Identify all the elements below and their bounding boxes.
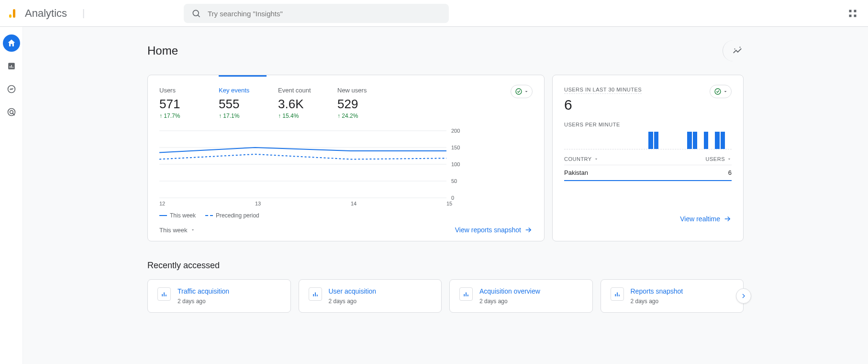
svg-rect-48 (618, 295, 619, 296)
nav-rail (0, 27, 23, 364)
trend-circle-icon (7, 84, 16, 94)
nav-reports[interactable] (3, 57, 20, 75)
svg-rect-0 (9, 14, 11, 18)
svg-text:12: 12 (159, 201, 165, 206)
check-circle-icon (714, 88, 722, 95)
recent-time: 2 days ago (178, 298, 229, 305)
svg-rect-41 (315, 293, 316, 296)
caret-down-icon (723, 89, 728, 94)
svg-text:14: 14 (351, 201, 356, 206)
recent-title: Acquisition overview (479, 287, 540, 295)
metric-delta: ↑ 17.7% (159, 113, 207, 119)
report-icon (459, 287, 473, 301)
chevron-right-icon (740, 292, 747, 300)
recent-card[interactable]: User acquisition 2 days ago (299, 279, 442, 313)
svg-point-2 (193, 10, 199, 16)
svg-rect-45 (467, 295, 468, 296)
recent-title: Traffic acquisition (178, 287, 229, 295)
svg-rect-44 (466, 293, 467, 296)
analytics-logo-icon (8, 8, 19, 19)
page-title: Home (147, 44, 178, 57)
metric-delta: ↑ 24.2% (337, 113, 385, 119)
svg-text:15: 15 (446, 201, 452, 206)
minute-bar (715, 132, 720, 149)
logo[interactable]: Analytics | (8, 7, 85, 20)
recent-card[interactable]: Traffic acquisition 2 days ago (147, 279, 291, 313)
country-name: Pakistan (564, 169, 588, 176)
search-box[interactable] (184, 4, 449, 23)
svg-rect-5 (854, 10, 857, 12)
report-icon (611, 287, 624, 301)
recent-card[interactable]: Reports snapshot 2 days ago (601, 279, 744, 313)
metric-value: 571 (159, 97, 207, 112)
svg-rect-7 (854, 14, 857, 17)
svg-point-16 (739, 47, 740, 48)
metric-delta: ↑ 15.4% (278, 113, 326, 119)
svg-rect-38 (164, 293, 165, 296)
caret-down-icon (727, 157, 732, 161)
caret-down-icon (523, 89, 529, 94)
minute-bar (654, 132, 659, 149)
minute-bar (648, 132, 653, 149)
metric-delta: ↑ 17.1% (219, 113, 267, 119)
recent-time: 2 days ago (631, 298, 683, 305)
svg-rect-47 (617, 293, 618, 296)
svg-rect-43 (464, 294, 465, 296)
svg-rect-1 (13, 9, 15, 18)
svg-point-18 (516, 89, 522, 94)
country-row: Pakistan6 (564, 165, 732, 181)
svg-rect-42 (316, 295, 317, 296)
metric-label: Event count (278, 87, 326, 94)
country-users: 6 (728, 169, 732, 176)
metric-tab-event-count[interactable]: Event count 3.6K ↑ 15.4% (278, 85, 326, 119)
search-input[interactable] (208, 10, 441, 18)
sparkle-trend-icon (732, 46, 743, 56)
nav-home[interactable] (3, 34, 20, 52)
view-reports-link[interactable]: View reports snapshot (455, 226, 533, 234)
metric-tab-key-events[interactable]: Key events 555 ↑ 17.1% (219, 75, 267, 119)
recent-next-button[interactable] (736, 288, 751, 304)
legend-this-week: This week (159, 212, 196, 219)
insights-button[interactable] (723, 40, 744, 61)
realtime-value: 6 (564, 97, 642, 113)
search-icon (191, 9, 201, 18)
svg-point-17 (734, 48, 735, 49)
metric-tab-new-users[interactable]: New users 529 ↑ 24.2% (337, 85, 385, 119)
period-selector[interactable]: This week (159, 227, 195, 234)
report-icon (157, 287, 171, 301)
sort-by-users[interactable]: USERS (706, 156, 732, 162)
minute-bar (687, 132, 692, 149)
realtime-card: USERS IN LAST 30 MINUTES 6 USERS PER MIN… (552, 75, 744, 241)
svg-rect-37 (162, 294, 163, 296)
svg-rect-6 (849, 14, 852, 17)
realtime-title: USERS IN LAST 30 MINUTES (564, 87, 642, 94)
divider: | (82, 8, 85, 19)
view-realtime-link[interactable]: View realtime (680, 215, 732, 223)
caret-down-icon (594, 157, 599, 161)
svg-text:13: 13 (255, 201, 261, 206)
check-circle-icon (515, 88, 523, 95)
overview-card: Users 571 ↑ 17.7%Key events 555 ↑ 17.1%E… (147, 75, 545, 241)
status-pill[interactable] (511, 85, 533, 98)
nav-explore[interactable] (3, 80, 20, 98)
svg-line-3 (198, 15, 200, 17)
nav-advertising[interactable] (3, 103, 20, 121)
realtime-subtitle: USERS PER MINUTE (564, 122, 732, 127)
metric-value: 3.6K (278, 97, 326, 112)
recent-time: 2 days ago (479, 298, 540, 305)
status-pill[interactable] (710, 85, 732, 98)
sort-by-country[interactable]: COUNTRY (564, 156, 599, 162)
recent-title: Reports snapshot (631, 287, 683, 295)
svg-rect-39 (166, 295, 167, 296)
legend-preceding: Preceding period (205, 212, 259, 219)
recent-time: 2 days ago (329, 298, 377, 305)
svg-rect-9 (10, 66, 11, 68)
report-icon (309, 287, 322, 301)
svg-text:150: 150 (451, 145, 460, 150)
recently-accessed-title: Recently accessed (147, 261, 744, 271)
recent-card[interactable]: Acquisition overview 2 days ago (449, 279, 593, 313)
svg-text:0: 0 (451, 195, 454, 201)
metric-tab-users[interactable]: Users 571 ↑ 17.7% (159, 85, 207, 119)
apps-grid-icon[interactable] (848, 9, 857, 18)
users-per-minute-chart (564, 130, 732, 149)
